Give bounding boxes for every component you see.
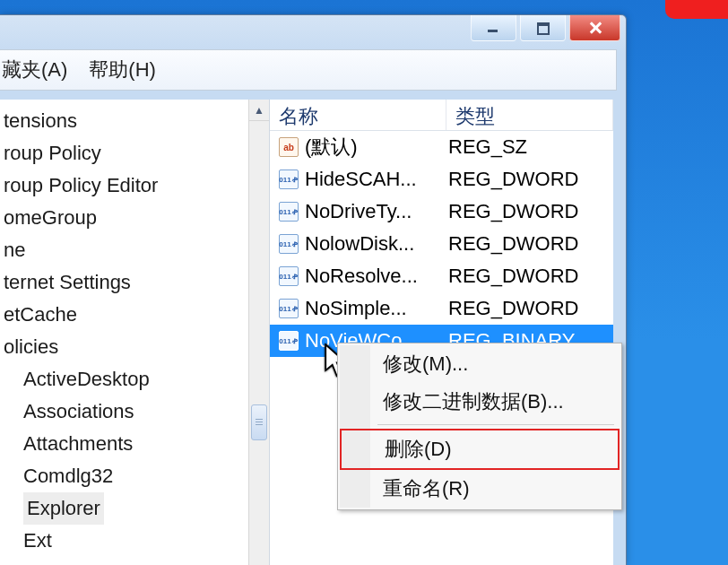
row-type: REG_DWORD <box>448 232 578 256</box>
top-red-corner <box>665 0 728 19</box>
binary-value-icon <box>279 234 299 254</box>
gripper-icon <box>256 419 263 426</box>
tree-item[interactable]: Associations <box>0 396 269 428</box>
tree-item[interactable]: olicies <box>0 331 269 363</box>
scroll-thumb[interactable] <box>251 404 267 440</box>
binary-value-icon <box>279 202 299 222</box>
tree-item[interactable]: Ext <box>0 525 269 557</box>
binary-value-icon <box>279 266 299 286</box>
menu-help[interactable]: 帮助(H) <box>89 56 156 83</box>
tree-item[interactable]: roup Policy <box>0 137 269 170</box>
row-name: HideSCAH... <box>305 168 448 191</box>
row-type: REG_DWORD <box>448 265 578 288</box>
scroll-up-arrow-icon[interactable]: ▲ <box>249 100 269 121</box>
menubar: 藏夹(A) 帮助(H) <box>0 49 617 91</box>
client-area: tensionsroup Policyroup Policy Editorome… <box>0 100 613 565</box>
maximize-icon <box>537 22 550 35</box>
row-name: (默认) <box>305 134 448 161</box>
tree-item[interactable]: etCache <box>0 299 269 331</box>
tree-item[interactable]: ne <box>0 234 269 266</box>
tree-list: tensionsroup Policyroup Policy Editorome… <box>0 100 269 565</box>
maximize-button[interactable] <box>520 15 566 41</box>
table-row[interactable]: NolowDisk...REG_DWORD <box>270 228 613 260</box>
context-menu-item[interactable]: 修改二进制数据(B)... <box>340 383 620 421</box>
row-type: REG_DWORD <box>448 297 578 320</box>
row-type: REG_SZ <box>448 135 527 159</box>
row-type: REG_DWORD <box>448 168 578 191</box>
tree-item[interactable]: owerCPL <box>0 557 269 565</box>
tree-pane[interactable]: tensionsroup Policyroup Policy Editorome… <box>0 100 270 565</box>
tree-item[interactable]: Attachments <box>0 428 269 460</box>
table-row[interactable]: NoDriveTy...REG_DWORD <box>270 196 613 228</box>
context-menu-separator <box>377 424 614 425</box>
tree-item-label: Explorer <box>23 492 104 525</box>
table-row[interactable]: HideSCAH...REG_DWORD <box>270 163 613 196</box>
tree-item[interactable]: Comdlg32 <box>0 460 269 492</box>
binary-value-icon <box>279 170 299 189</box>
list-pane[interactable]: 名称 类型 (默认)REG_SZHideSCAH...REG_DWORDNoDr… <box>270 100 613 565</box>
row-type: REG_DWORD <box>448 200 578 223</box>
col-header-type[interactable]: 类型 <box>446 100 613 130</box>
col-header-name[interactable]: 名称 <box>270 100 446 130</box>
table-row[interactable]: NoResolve...REG_DWORD <box>270 260 613 292</box>
row-name: NolowDisk... <box>305 232 448 256</box>
context-menu-item[interactable]: 修改(M)... <box>340 345 620 383</box>
tree-item[interactable]: roup Policy Editor <box>0 170 269 202</box>
registry-editor-window: 藏夹(A) 帮助(H) tensionsroup Policyroup Poli… <box>0 14 627 565</box>
binary-value-icon <box>279 331 299 351</box>
tree-item[interactable]: tensions <box>0 105 269 137</box>
tree-item[interactable]: Explorer <box>0 492 269 525</box>
tree-item[interactable]: omeGroup <box>0 202 269 234</box>
row-name: NoResolve... <box>305 265 448 288</box>
caption-buttons <box>467 15 620 41</box>
close-button[interactable] <box>569 15 620 41</box>
minimize-icon <box>488 22 500 34</box>
string-value-icon <box>279 137 299 157</box>
row-name: NoSimple... <box>305 297 448 320</box>
context-menu: 修改(M)...修改二进制数据(B)...删除(D)重命名(R) <box>337 343 622 510</box>
close-icon <box>588 21 602 35</box>
context-menu-item[interactable]: 删除(D) <box>340 429 620 470</box>
list-rows: (默认)REG_SZHideSCAH...REG_DWORDNoDriveTy.… <box>270 131 613 357</box>
context-menu-item[interactable]: 重命名(R) <box>340 470 620 508</box>
list-header: 名称 类型 <box>270 100 613 131</box>
table-row[interactable]: NoSimple...REG_DWORD <box>270 292 613 325</box>
binary-value-icon <box>279 299 299 318</box>
minimize-button[interactable] <box>471 15 516 41</box>
tree-scrollbar[interactable]: ▲ <box>248 100 269 565</box>
tree-item[interactable]: ternet Settings <box>0 266 269 299</box>
menu-favorites[interactable]: 藏夹(A) <box>2 56 67 83</box>
table-row[interactable]: (默认)REG_SZ <box>270 131 613 163</box>
tree-item[interactable]: ActiveDesktop <box>0 363 269 396</box>
row-name: NoDriveTy... <box>305 200 448 223</box>
